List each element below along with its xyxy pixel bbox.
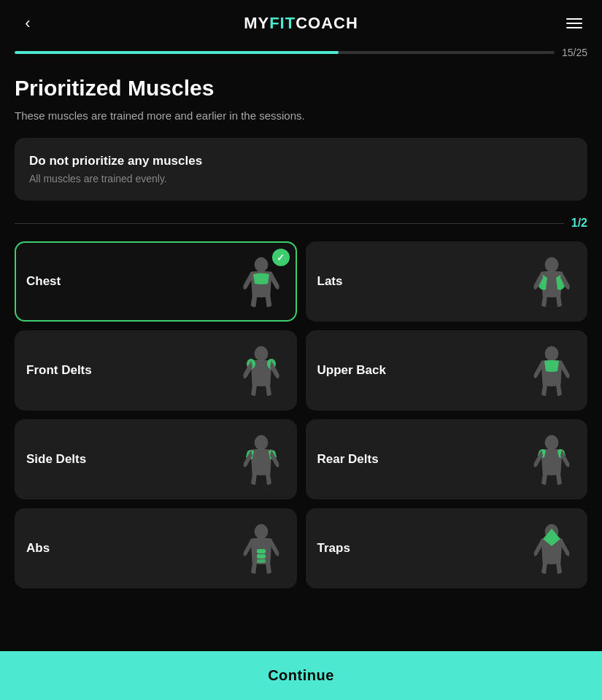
svg-point-6	[255, 435, 268, 450]
muscle-card-front-delts[interactable]: Front Delts	[15, 330, 297, 411]
muscle-card-rear-delts[interactable]: Rear Delts	[306, 419, 588, 499]
divider-line	[15, 223, 564, 224]
muscle-card-lats[interactable]: Lats	[306, 241, 588, 322]
muscle-name-abs: Abs	[26, 541, 50, 556]
no-prioritize-card[interactable]: Do not prioritize any muscles All muscle…	[15, 138, 587, 201]
muscle-figure-abs	[238, 523, 285, 574]
page-title: Prioritized Muscles	[15, 76, 587, 101]
page-subtitle: These muscles are trained more and earli…	[15, 108, 587, 123]
muscle-figure-side-delts	[238, 434, 285, 485]
header: ‹ MYFITCOACH	[0, 0, 602, 47]
progress-track	[15, 51, 555, 54]
svg-point-8	[255, 524, 268, 539]
svg-point-0	[255, 257, 268, 272]
muscle-figure-rear-delts	[528, 434, 576, 485]
muscle-figure-front-delts	[238, 345, 285, 396]
progress-fill	[15, 51, 339, 54]
app-logo: MYFITCOACH	[244, 14, 358, 33]
muscle-card-side-delts[interactable]: Side Delts	[15, 419, 297, 499]
check-badge-chest	[272, 249, 290, 266]
muscle-card-abs[interactable]: Abs	[15, 508, 297, 588]
progress-text: 15/25	[562, 47, 587, 58]
continue-button[interactable]: Continue	[0, 651, 602, 700]
progress-container: 15/25	[0, 47, 602, 64]
no-prioritize-subtitle: All muscles are trained evenly.	[29, 173, 573, 184]
muscle-name-side-delts: Side Delts	[26, 452, 86, 467]
muscle-figure-traps	[528, 523, 576, 574]
muscle-name-lats: Lats	[317, 274, 343, 289]
content-area: Prioritized Muscles These muscles are tr…	[0, 64, 602, 677]
back-button[interactable]: ‹	[15, 10, 41, 36]
svg-rect-9	[257, 549, 266, 553]
menu-line-3	[566, 27, 582, 28]
logo-my: MY	[244, 14, 269, 32]
svg-point-1	[545, 257, 558, 272]
svg-point-5	[545, 346, 558, 361]
muscle-card-traps[interactable]: Traps	[306, 508, 588, 588]
muscle-name-rear-delts: Rear Delts	[317, 452, 379, 467]
muscle-name-front-delts: Front Delts	[26, 363, 92, 378]
svg-point-2	[255, 346, 268, 361]
logo-coach: COACH	[296, 14, 358, 32]
divider-row: 1/2	[15, 217, 587, 230]
svg-point-7	[545, 435, 558, 450]
menu-button[interactable]	[561, 10, 587, 36]
muscle-name-traps: Traps	[317, 541, 350, 556]
muscle-card-chest[interactable]: Chest	[15, 241, 297, 322]
muscle-figure-upper-back	[528, 345, 576, 396]
no-prioritize-title: Do not prioritize any muscles	[29, 154, 573, 168]
svg-rect-11	[257, 559, 266, 563]
muscle-card-upper-back[interactable]: Upper Back	[306, 330, 588, 411]
selection-count: 1/2	[571, 217, 587, 230]
muscle-grid: Chest L	[15, 241, 587, 588]
logo-fit: FIT	[269, 14, 296, 32]
muscle-figure-lats	[528, 256, 576, 307]
muscle-name-upper-back: Upper Back	[317, 363, 386, 378]
menu-line-2	[566, 23, 582, 24]
menu-line-1	[566, 18, 582, 20]
muscle-name-chest: Chest	[26, 274, 61, 289]
svg-rect-10	[257, 554, 266, 559]
